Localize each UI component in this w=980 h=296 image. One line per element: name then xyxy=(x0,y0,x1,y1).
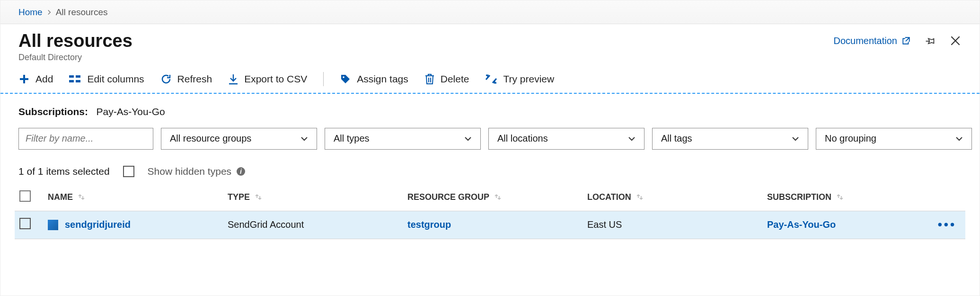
export-csv-button[interactable]: Export to CSV xyxy=(228,73,307,85)
command-separator xyxy=(323,72,324,86)
documentation-link[interactable]: Documentation xyxy=(833,36,910,46)
export-csv-label: Export to CSV xyxy=(244,73,307,85)
refresh-label: Refresh xyxy=(177,73,212,85)
sort-icon xyxy=(494,193,502,201)
add-button[interactable]: Add xyxy=(18,73,53,85)
show-hidden-checkbox[interactable] xyxy=(123,166,134,177)
col-name[interactable]: NAME xyxy=(48,192,228,202)
breadcrumb: Home All resources xyxy=(0,0,980,24)
info-icon: i xyxy=(236,167,246,176)
col-location[interactable]: LOCATION xyxy=(587,192,767,202)
subscriptions-label: Subscriptions: xyxy=(18,106,88,117)
row-more-button[interactable]: ••• xyxy=(928,217,956,232)
download-icon xyxy=(228,73,238,85)
row-name-cell[interactable]: sendgridjureid xyxy=(48,219,228,230)
col-type-label: TYPE xyxy=(228,192,250,202)
page-title: All resources xyxy=(18,31,132,52)
breadcrumb-home[interactable]: Home xyxy=(18,7,43,18)
row-type-cell: SendGrid Account xyxy=(228,219,407,230)
svg-rect-0 xyxy=(69,75,74,78)
col-subscription-label: SUBSCRIPTION xyxy=(767,192,831,202)
subscriptions-value: Pay-As-You-Go xyxy=(97,106,165,117)
try-preview-label: Try preview xyxy=(503,73,554,85)
filter-tags-label: All tags xyxy=(661,133,692,144)
try-preview-button[interactable]: Try preview xyxy=(485,73,554,85)
filter-grouping[interactable]: No grouping xyxy=(816,128,972,150)
close-button[interactable] xyxy=(949,35,962,47)
trash-icon xyxy=(424,73,435,85)
svg-rect-2 xyxy=(76,75,80,78)
col-name-label: NAME xyxy=(48,192,73,202)
filter-types[interactable]: All types xyxy=(325,128,481,150)
filter-name-input[interactable] xyxy=(18,128,153,150)
assign-tags-label: Assign tags xyxy=(357,73,408,85)
refresh-icon xyxy=(160,73,172,85)
preview-icon xyxy=(485,74,497,84)
delete-label: Delete xyxy=(441,73,469,85)
chevron-down-icon xyxy=(955,135,963,143)
sort-icon xyxy=(836,193,844,201)
tag-icon xyxy=(340,73,351,85)
chevron-down-icon xyxy=(628,135,636,143)
resource-icon xyxy=(48,220,58,230)
resources-table: NAME TYPE RESOURCE GROUP LOCATION SUBSCR… xyxy=(0,181,980,239)
filter-resource-groups-label: All resource groups xyxy=(170,133,251,144)
filter-types-label: All types xyxy=(334,133,370,144)
chevron-down-icon xyxy=(792,135,799,143)
delete-button[interactable]: Delete xyxy=(424,73,469,85)
col-location-label: LOCATION xyxy=(587,192,631,202)
columns-icon xyxy=(69,74,81,84)
breadcrumb-current: All resources xyxy=(56,7,108,18)
subscriptions-row: Subscriptions: Pay-As-You-Go xyxy=(0,94,980,119)
select-all-checkbox[interactable] xyxy=(19,190,31,202)
row-location-cell: East US xyxy=(587,219,767,230)
filter-row: All resource groups All types All locati… xyxy=(0,119,980,150)
filter-locations[interactable]: All locations xyxy=(488,128,645,150)
table-row[interactable]: sendgridjureid SendGrid Account testgrou… xyxy=(15,211,965,239)
refresh-button[interactable]: Refresh xyxy=(160,73,212,85)
add-label: Add xyxy=(35,73,53,85)
row-name-label: sendgridjureid xyxy=(65,219,131,230)
chevron-down-icon xyxy=(464,135,472,143)
chevron-down-icon xyxy=(300,135,308,143)
svg-rect-1 xyxy=(69,80,74,82)
edit-columns-label: Edit columns xyxy=(87,73,144,85)
chevron-right-icon xyxy=(46,9,52,15)
filter-resource-groups[interactable]: All resource groups xyxy=(161,128,317,150)
filter-locations-label: All locations xyxy=(497,133,548,144)
col-subscription[interactable]: SUBSCRIPTION xyxy=(767,192,928,202)
edit-columns-button[interactable]: Edit columns xyxy=(69,73,144,85)
plus-icon xyxy=(18,73,30,85)
close-icon xyxy=(949,35,962,47)
sort-icon xyxy=(636,193,644,201)
row-resource-group-cell[interactable]: testgroup xyxy=(407,219,587,230)
external-link-icon xyxy=(902,36,910,45)
sort-icon xyxy=(78,193,85,201)
svg-rect-3 xyxy=(76,80,80,82)
col-type[interactable]: TYPE xyxy=(228,192,407,202)
svg-point-4 xyxy=(343,76,344,78)
documentation-label: Documentation xyxy=(833,36,897,46)
command-bar: Add Edit columns Refresh Export to CSV A… xyxy=(0,67,980,94)
row-checkbox[interactable] xyxy=(19,218,31,229)
col-resource-group-label: RESOURCE GROUP xyxy=(407,192,489,202)
table-header: NAME TYPE RESOURCE GROUP LOCATION SUBSCR… xyxy=(15,184,965,211)
page-subtitle: Default Directory xyxy=(18,53,132,63)
filter-grouping-label: No grouping xyxy=(825,133,876,144)
filter-tags[interactable]: All tags xyxy=(652,128,808,150)
pin-button[interactable] xyxy=(924,35,936,47)
selection-summary: 1 of 1 items selected xyxy=(18,166,110,177)
col-resource-group[interactable]: RESOURCE GROUP xyxy=(407,192,587,202)
row-subscription-cell[interactable]: Pay-As-You-Go xyxy=(767,219,928,230)
sort-icon xyxy=(255,193,262,201)
assign-tags-button[interactable]: Assign tags xyxy=(340,73,408,85)
selection-info-row: 1 of 1 items selected Show hidden types … xyxy=(0,150,980,181)
pin-icon xyxy=(924,35,936,47)
show-hidden-label: Show hidden types xyxy=(148,166,231,177)
